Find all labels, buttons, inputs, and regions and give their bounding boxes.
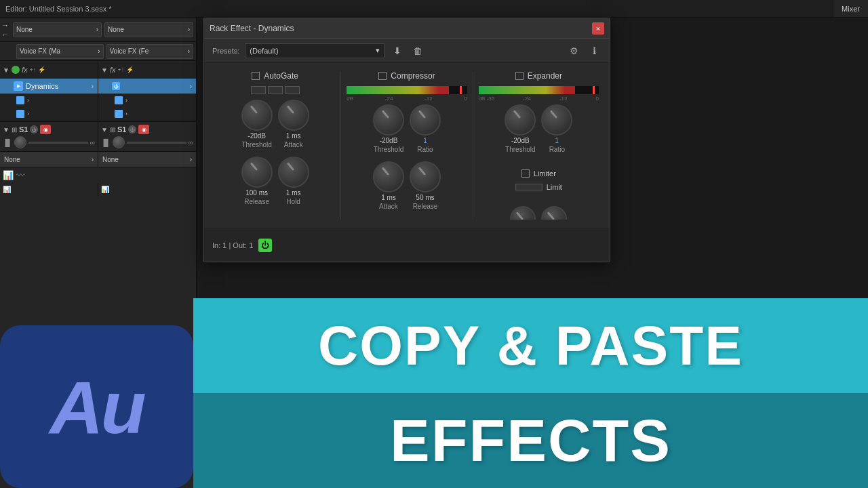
arrow-right-icon: → xyxy=(1,21,9,29)
autogate-threshold-value: -20dB xyxy=(248,132,266,140)
exp-meter-24-label: -24 xyxy=(523,96,531,102)
autogate-hold-knob[interactable] xyxy=(278,157,309,188)
none-btn-a[interactable]: None › xyxy=(0,152,98,167)
settings-button[interactable]: ⚙ xyxy=(566,43,581,58)
autogate-knob-row-1: -20dB Threshold 1 ms Attack xyxy=(241,100,309,148)
limiter-bar xyxy=(515,184,542,190)
fader-knob-a[interactable] xyxy=(14,136,26,148)
stats-waveform-icon: 〰 xyxy=(16,170,25,180)
fx-sub-a2: › xyxy=(0,107,98,121)
arrow-left-icon: ← xyxy=(1,30,9,39)
expander-title: Expander xyxy=(528,71,562,81)
fader-track-b xyxy=(127,142,186,144)
collapse-s1-icon[interactable]: ▼ xyxy=(3,126,9,134)
limiter-checkbox[interactable] xyxy=(521,169,530,178)
autogate-title: AutoGate xyxy=(264,71,298,81)
mixer-tab[interactable]: Mixer xyxy=(833,0,868,17)
tracks-area: ▼ ⊞ S1 ⏻ ◉ ▐▌ ∞ ▼ ⊞ S1 ⏻ xyxy=(0,122,196,151)
limiter-section: Limiter Limit xyxy=(510,164,567,220)
io-label: In: 1 | Out: 1 xyxy=(212,241,253,249)
fx-arrow-icon-b: › xyxy=(190,83,192,90)
fx-bolt-icon-b[interactable]: ⚡ xyxy=(126,66,134,73)
autogate-attack-knob[interactable] xyxy=(278,100,309,131)
compressor-checkbox[interactable] xyxy=(378,72,387,80)
ag-block-1 xyxy=(251,86,266,94)
fader-knob-b[interactable] xyxy=(113,136,125,148)
chevron-right-icon: › xyxy=(96,26,98,33)
info-button[interactable]: ℹ xyxy=(587,43,601,58)
fx-sub-icon-b xyxy=(115,96,123,104)
exp-ratio-label: Ratio xyxy=(549,146,565,153)
volume-bars-icon-b: ▐▌ xyxy=(101,139,111,146)
exp-threshold-knob[interactable] xyxy=(505,104,536,136)
expander-meter: dB -36 -24 -12 0 xyxy=(479,86,599,102)
infinity-icon-a: ∞ xyxy=(90,139,95,146)
comp-release-knob[interactable] xyxy=(410,161,441,192)
track-record-a[interactable]: ◉ xyxy=(40,125,51,134)
track-name-b: S1 xyxy=(117,125,126,134)
presets-label: Presets: xyxy=(212,47,239,55)
fx-add-icon-b[interactable]: +↑ xyxy=(117,66,124,73)
autogate-threshold-label: Threshold xyxy=(241,141,271,148)
dynamics-content: AutoGate -20dB Threshold xyxy=(204,63,610,228)
fx-header-a: ▼ fx +↑ ⚡ xyxy=(0,61,98,79)
autogate-hold-group: 1 ms Hold xyxy=(278,157,309,205)
track-col-b: ▼ ⊞ S1 ⏻ ◉ ▐▌ ∞ xyxy=(98,122,196,151)
fx-bolt-icon[interactable]: ⚡ xyxy=(38,66,45,73)
limiter-knob-1[interactable] xyxy=(510,206,536,220)
expander-checkbox[interactable] xyxy=(515,72,524,80)
fx-enable-icon[interactable] xyxy=(12,66,20,74)
track-power-b[interactable]: ⏻ xyxy=(128,125,136,134)
expander-section: Expander dB -36 -24 -12 0 xyxy=(473,71,604,220)
collapse-icon[interactable]: ▼ xyxy=(3,66,9,74)
trash-icon: 🗑 xyxy=(413,45,422,56)
exp-ratio-knob[interactable] xyxy=(541,104,572,136)
rack-close-button[interactable]: × xyxy=(592,22,604,35)
collapse-s1b-icon[interactable]: ▼ xyxy=(101,126,108,134)
comp-ratio-knob[interactable] xyxy=(410,104,441,136)
exp-meter-db36-label: dB -36 xyxy=(479,96,495,102)
limiter-knob-2[interactable] xyxy=(541,206,567,220)
fx-item-dynamics-b[interactable]: ⏻ › xyxy=(98,79,196,94)
none-btn-b[interactable]: None › xyxy=(98,152,196,167)
exp-meter-12-label: -12 xyxy=(559,96,568,102)
chevron-right-icon: › xyxy=(188,47,190,55)
collapse-icon-b[interactable]: ▼ xyxy=(101,66,108,74)
power-green-button[interactable]: ⏻ xyxy=(258,239,272,252)
voice-fx-select-b[interactable]: Voice FX (Fe › xyxy=(106,44,194,59)
fx-label-b: fx xyxy=(110,66,116,74)
ag-block-2 xyxy=(268,86,283,94)
track-record-b[interactable]: ◉ xyxy=(138,125,149,134)
autogate-attack-label: Attack xyxy=(284,141,303,148)
fx-add-icon[interactable]: +↑ xyxy=(29,66,36,73)
track-multitrack-icon: ⊞ xyxy=(12,126,17,134)
editor-title: Editor: Untitled Session 3.sesx * xyxy=(0,5,833,13)
import-preset-button[interactable]: ⬇ xyxy=(390,43,405,58)
chevron-right-icon: › xyxy=(188,26,190,33)
autogate-release-value: 100 ms xyxy=(245,189,268,197)
fx-sub-a1: › xyxy=(0,94,98,107)
gear-icon: ⚙ xyxy=(570,45,578,56)
comp-threshold-group: -20dB Threshold xyxy=(373,104,404,153)
track-power-a[interactable]: ⏻ xyxy=(30,125,38,134)
fx-sub-icon xyxy=(16,96,24,104)
compressor-title: Compressor xyxy=(391,71,435,81)
channel-select-a[interactable]: None › xyxy=(13,22,102,37)
presets-select[interactable]: (Default) ▾ xyxy=(245,43,384,58)
import-icon: ⬇ xyxy=(393,45,401,56)
channel-select-b[interactable]: None › xyxy=(104,22,193,37)
autogate-checkbox[interactable] xyxy=(252,72,260,80)
fx-item-dynamics-a[interactable]: ▶ Dynamics › xyxy=(0,79,98,94)
compressor-section: Compressor dB -24 -12 0 xyxy=(341,71,473,220)
ag-block-3 xyxy=(285,86,300,94)
voice-fx-select-a[interactable]: Voice FX (Ma › xyxy=(16,44,104,59)
rack-window: Rack Effect - Dynamics × Presets: (Defau… xyxy=(203,18,610,262)
autogate-release-knob[interactable] xyxy=(241,157,273,188)
comp-attack-label: Attack xyxy=(379,203,398,210)
comp-threshold-knob[interactable] xyxy=(373,104,404,136)
autogate-threshold-knob[interactable] xyxy=(241,100,273,131)
limiter-knobs-partial xyxy=(510,199,567,220)
comp-attack-knob[interactable] xyxy=(373,161,404,192)
delete-preset-button[interactable]: 🗑 xyxy=(410,43,425,58)
autogate-attack-value: 1 ms xyxy=(286,132,301,140)
